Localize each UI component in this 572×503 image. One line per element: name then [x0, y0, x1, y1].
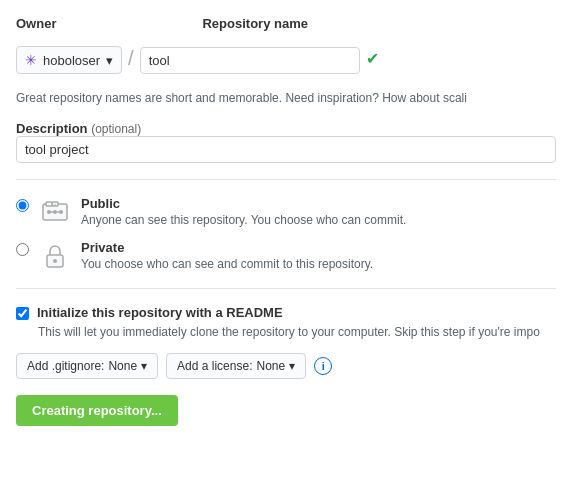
private-option[interactable]: Private You choose who can see and commi… — [16, 240, 556, 272]
description-optional: (optional) — [91, 122, 141, 136]
gitignore-arrow: ▾ — [141, 359, 147, 373]
repo-name-label: Repository name — [202, 16, 307, 31]
public-radio[interactable] — [16, 199, 29, 212]
svg-point-2 — [59, 210, 63, 214]
private-icon — [39, 240, 71, 272]
public-desc: Anyone can see this repository. You choo… — [81, 213, 406, 227]
readme-group: Initialize this repository with a README… — [16, 305, 556, 341]
readme-label: Initialize this repository with a README — [37, 305, 283, 320]
license-dropdown[interactable]: Add a license: None ▾ — [166, 353, 306, 379]
visibility-group: Public Anyone can see this repository. Y… — [16, 196, 556, 272]
public-text: Public Anyone can see this repository. Y… — [81, 196, 406, 227]
readme-hint: This will let you immediately clone the … — [38, 324, 556, 341]
private-desc: You choose who can see and commit to thi… — [81, 257, 373, 271]
valid-check-icon: ✔ — [366, 49, 379, 74]
public-option[interactable]: Public Anyone can see this repository. Y… — [16, 196, 556, 228]
toolbar-row: Add .gitignore: None ▾ Add a license: No… — [16, 353, 556, 379]
svg-point-3 — [53, 210, 57, 214]
license-value: None — [256, 359, 285, 373]
public-label: Public — [81, 196, 406, 211]
svg-rect-9 — [46, 202, 52, 206]
repo-name-hint: Great repository names are short and mem… — [16, 90, 556, 107]
license-label: Add a license: — [177, 359, 252, 373]
public-icon — [39, 196, 71, 228]
owner-label: Owner — [16, 16, 56, 31]
gitignore-value: None — [108, 359, 137, 373]
slash-divider: / — [128, 43, 134, 74]
description-label: Description (optional) — [16, 121, 141, 136]
owner-icon: ✳ — [25, 52, 37, 68]
repo-name-input[interactable] — [140, 47, 360, 74]
divider-2 — [16, 288, 556, 289]
owner-arrow: ▾ — [106, 53, 113, 68]
create-repo-button[interactable]: Creating repository... — [16, 395, 178, 426]
info-icon[interactable]: i — [314, 357, 332, 375]
description-input[interactable] — [16, 136, 556, 163]
owner-dropdown[interactable]: ✳ hoboloser ▾ — [16, 46, 122, 74]
gitignore-label: Add .gitignore: — [27, 359, 104, 373]
readme-checkbox[interactable] — [16, 307, 29, 320]
svg-point-11 — [53, 259, 57, 263]
gitignore-dropdown[interactable]: Add .gitignore: None ▾ — [16, 353, 158, 379]
private-label: Private — [81, 240, 373, 255]
divider-1 — [16, 179, 556, 180]
private-text: Private You choose who can see and commi… — [81, 240, 373, 271]
svg-point-1 — [47, 210, 51, 214]
owner-value: hoboloser — [43, 53, 100, 68]
license-arrow: ▾ — [289, 359, 295, 373]
private-radio[interactable] — [16, 243, 29, 256]
